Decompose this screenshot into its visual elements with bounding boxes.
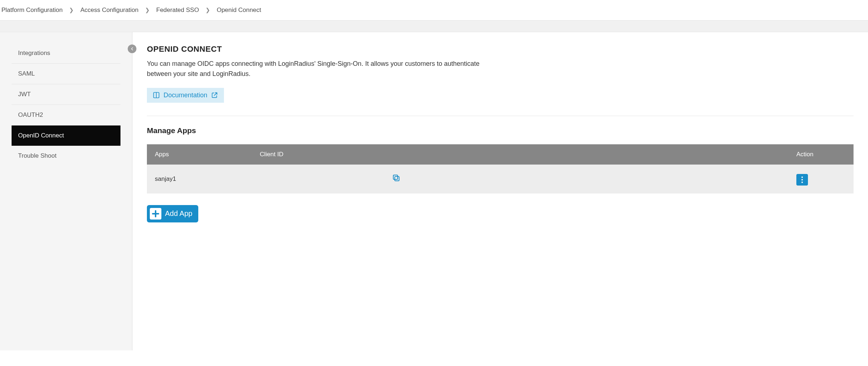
svg-rect-0 bbox=[395, 176, 399, 181]
layout: Integrations SAML JWT OAUTH2 OpenID Conn… bbox=[0, 32, 868, 350]
svg-rect-1 bbox=[393, 175, 398, 179]
row-actions-button[interactable] bbox=[796, 174, 808, 186]
divider bbox=[147, 116, 854, 116]
breadcrumb-item-platform-config[interactable]: Platform Configuration bbox=[1, 7, 63, 14]
sidebar-nav: Integrations SAML JWT OAUTH2 OpenID Conn… bbox=[0, 43, 132, 166]
add-app-button[interactable]: Add App bbox=[147, 205, 198, 222]
documentation-link[interactable]: Documentation bbox=[147, 88, 224, 103]
chevron-right-icon: ❯ bbox=[69, 7, 74, 13]
add-app-label: Add App bbox=[165, 209, 192, 218]
copy-client-id-button[interactable] bbox=[392, 174, 401, 182]
copy-icon bbox=[392, 174, 401, 182]
cell-client-id bbox=[252, 165, 788, 193]
sidebar-item-troubleshoot[interactable]: Trouble Shoot bbox=[12, 146, 120, 166]
section-gap bbox=[0, 21, 868, 32]
breadcrumb-item-openid-connect[interactable]: Openid Connect bbox=[217, 7, 261, 14]
chevron-right-icon: ❯ bbox=[206, 7, 210, 13]
chevron-right-icon: ❯ bbox=[145, 7, 150, 13]
main-content: OPENID CONNECT You can manage OIDC apps … bbox=[132, 32, 868, 350]
sidebar-item-openid-connect[interactable]: OpenID Connect bbox=[12, 125, 120, 146]
apps-table: Apps Client ID Action sanjay1 bbox=[147, 144, 854, 193]
breadcrumb-item-access-config[interactable]: Access Configuration bbox=[80, 7, 139, 14]
external-link-icon bbox=[211, 92, 218, 99]
sidebar: Integrations SAML JWT OAUTH2 OpenID Conn… bbox=[0, 32, 132, 350]
collapse-sidebar-button[interactable] bbox=[128, 44, 136, 53]
breadcrumb: Platform Configuration ❯ Access Configur… bbox=[0, 0, 868, 21]
cell-app-name: sanjay1 bbox=[147, 165, 252, 193]
page-description: You can manage OIDC apps connecting with… bbox=[147, 59, 501, 79]
sidebar-item-jwt[interactable]: JWT bbox=[12, 84, 120, 105]
page-title: OPENID CONNECT bbox=[147, 44, 854, 54]
sidebar-item-integrations[interactable]: Integrations bbox=[12, 43, 120, 64]
section-title: Manage Apps bbox=[147, 126, 854, 135]
table-header-apps: Apps bbox=[147, 144, 252, 165]
book-icon bbox=[153, 92, 160, 99]
table-header-client-id: Client ID bbox=[252, 144, 788, 165]
documentation-label: Documentation bbox=[164, 92, 207, 99]
table-header-action: Action bbox=[788, 144, 854, 165]
sidebar-item-oauth2[interactable]: OAUTH2 bbox=[12, 105, 120, 125]
sidebar-item-saml[interactable]: SAML bbox=[12, 64, 120, 84]
breadcrumb-item-federated-sso[interactable]: Federated SSO bbox=[156, 7, 199, 14]
plus-icon bbox=[150, 208, 161, 220]
chevron-left-icon bbox=[130, 46, 135, 51]
cell-action bbox=[788, 165, 854, 193]
kebab-icon bbox=[801, 176, 803, 183]
table-row: sanjay1 bbox=[147, 165, 854, 193]
